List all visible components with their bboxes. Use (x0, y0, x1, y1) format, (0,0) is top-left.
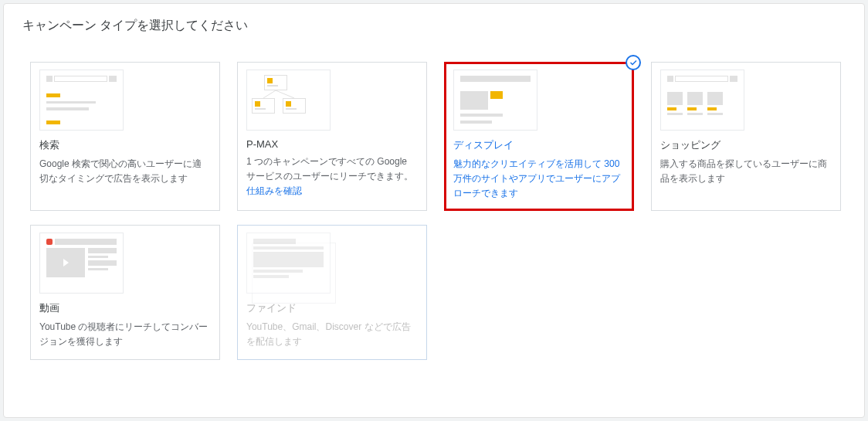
card-description: YouTube、Gmail、Discover などで広告を配信します (246, 320, 418, 349)
card-description: YouTube の視聴者にリーチしてコンバージョンを獲得します (39, 320, 211, 349)
card-title: 検索 (39, 138, 211, 152)
panel-title: キャンペーン タイプを選択してください (4, 4, 864, 34)
search-thumbnail-icon (39, 70, 124, 131)
campaign-cards-grid: 検索 Google 検索で関心の高いユーザーに適切なタイミングで広告を表示します… (4, 34, 864, 386)
card-desc-text: 1 つのキャンペーンですべての Google サービスのユーザーにリーチできます… (246, 156, 413, 182)
card-description: 購入する商品を探しているユーザーに商品を表示します (660, 157, 832, 186)
selected-check-icon (626, 55, 641, 70)
find-thumbnail-icon (246, 233, 331, 294)
card-title: P-MAX (246, 138, 418, 150)
pmax-thumbnail-icon (246, 70, 331, 131)
card-title: ショッピング (660, 138, 832, 152)
display-thumbnail-icon (453, 70, 537, 131)
campaign-type-panel: キャンペーン タイプを選択してください 検索 Google 検索で関心の高いユー… (3, 3, 865, 418)
card-description: 1 つのキャンペーンですべての Google サービスのユーザーにリーチできます… (246, 154, 418, 199)
card-description: Google 検索で関心の高いユーザーに適切なタイミングで広告を表示します (39, 157, 211, 186)
learn-more-link[interactable]: 仕組みを確認 (246, 185, 302, 196)
campaign-card-search[interactable]: 検索 Google 検索で関心の高いユーザーに適切なタイミングで広告を表示します (30, 62, 220, 211)
card-description: 魅力的なクリエイティブを活用して 300 万件のサイトやアプリでユーザーにアプロ… (453, 157, 625, 202)
campaign-card-shopping[interactable]: ショッピング 購入する商品を探しているユーザーに商品を表示します (651, 62, 841, 211)
card-title: 動画 (39, 301, 211, 315)
card-title: ディスプレイ (453, 138, 625, 152)
svg-line-0 (263, 90, 276, 98)
shopping-thumbnail-icon (660, 70, 744, 131)
campaign-card-find[interactable]: ファインド YouTube、Gmail、Discover などで広告を配信します (237, 225, 427, 360)
svg-line-1 (276, 90, 294, 98)
campaign-card-video[interactable]: 動画 YouTube の視聴者にリーチしてコンバージョンを獲得します (30, 225, 220, 360)
video-thumbnail-icon (39, 233, 124, 294)
campaign-card-display[interactable]: ディスプレイ 魅力的なクリエイティブを活用して 300 万件のサイトやアプリでユ… (444, 62, 634, 211)
campaign-card-pmax[interactable]: P-MAX 1 つのキャンペーンですべての Google サービスのユーザーにリ… (237, 62, 427, 211)
